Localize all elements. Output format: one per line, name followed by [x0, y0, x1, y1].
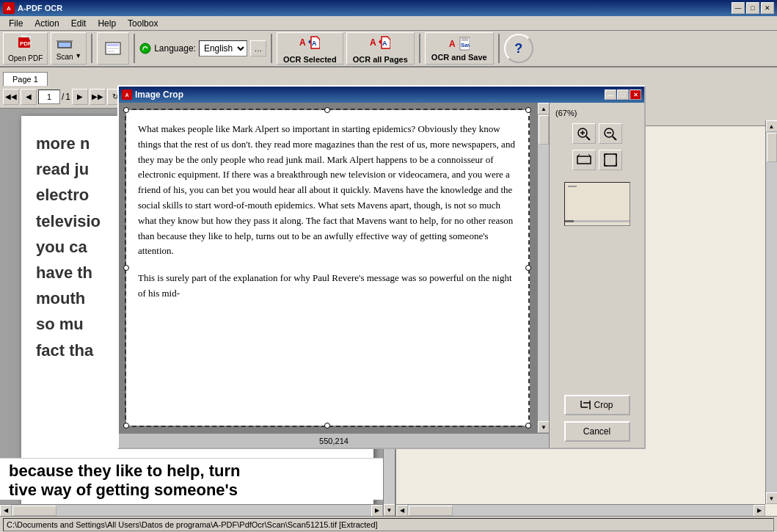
tab-bar: Page 1 — [0, 68, 777, 85]
ocr-all-pages-button[interactable]: A A OCR all Pages — [346, 32, 415, 65]
crop-content-text2: This is surely part of the explanation f… — [126, 271, 530, 302]
crop-text: What makes people like Mark Alpert so im… — [126, 110, 530, 271]
dialog-minimize-button[interactable]: — — [605, 90, 616, 100]
separator-1 — [91, 34, 92, 63]
svg-line-36 — [586, 136, 590, 140]
ocr-hscrollbar[interactable]: ◀ ▶ — [396, 504, 765, 516]
next-page-button[interactable]: ▶ — [72, 89, 88, 105]
open-pdf-button[interactable]: PDF Open PDF — [3, 32, 48, 65]
ocr-hscroll-left[interactable]: ◀ — [396, 505, 408, 517]
scan-button[interactable]: Scan ▼ — [51, 32, 87, 65]
view-button[interactable] — [97, 32, 129, 65]
sidebar-zoom-controls-2 — [572, 150, 622, 170]
status-bar: C:\Documents and Settings\All Users\Dato… — [0, 516, 777, 532]
doc-hscroll-left[interactable]: ◀ — [0, 505, 12, 517]
ocr-scroll-up[interactable]: ▲ — [766, 120, 778, 132]
svg-point-10 — [140, 43, 150, 54]
preview-line-indicator — [568, 186, 577, 187]
crop-icon — [580, 400, 591, 410]
ocr-save-button[interactable]: A Save OCR and Save — [425, 32, 494, 65]
doc-hscroll-thumb[interactable] — [12, 506, 56, 516]
svg-rect-7 — [107, 44, 119, 46]
preview-scrollbar-track — [565, 220, 630, 222]
sidebar-zoom-out-button[interactable] — [599, 123, 622, 144]
svg-rect-17 — [462, 37, 468, 41]
coords-bar: 550,214 — [119, 433, 549, 448]
page-number-input[interactable] — [38, 90, 60, 104]
ocr-hscroll-right[interactable]: ▶ — [754, 505, 765, 517]
maximize-button[interactable]: □ — [746, 2, 759, 14]
svg-text:Save: Save — [461, 42, 470, 48]
title-bar-left: A A-PDF OCR — [3, 2, 62, 14]
language-settings-button[interactable]: … — [250, 40, 266, 57]
ocr-scroll-down[interactable]: ▼ — [766, 492, 778, 504]
dialog-close-button[interactable]: ✕ — [630, 90, 641, 100]
help-button[interactable]: ? — [504, 34, 533, 63]
bottom-line1: because they like to help, turn — [9, 462, 374, 481]
page-tab[interactable]: Page 1 — [3, 72, 48, 86]
crop-area: What makes people like Mark Alpert so im… — [119, 103, 549, 448]
ocr-scroll-track[interactable] — [766, 132, 778, 492]
crop-scroll-up[interactable]: ▲ — [538, 103, 549, 114]
image-crop-dialog: A Image Crop — □ ✕ What makes people lik… — [117, 85, 646, 449]
doc-bottom-text: because they like to help, turn tive way… — [0, 458, 383, 500]
crop-scroll-down[interactable]: ▼ — [538, 421, 549, 433]
prev-page-button[interactable]: ◀ — [21, 89, 37, 105]
scan-label: Scan — [56, 53, 73, 61]
page-sep: / — [62, 92, 64, 102]
doc-scroll-down[interactable]: ▼ — [384, 504, 395, 516]
ocr-scroll-thumb[interactable] — [767, 133, 777, 162]
crop-button[interactable]: Crop — [564, 395, 630, 415]
cancel-button[interactable]: Cancel — [564, 421, 630, 442]
scan-dropdown-arrow[interactable]: ▼ — [75, 52, 81, 59]
ocr-selected-icon: A A — [299, 34, 320, 54]
ocr-hscroll-thumb[interactable] — [409, 506, 453, 516]
separator-5 — [498, 34, 500, 63]
doc-hscroll-track[interactable] — [12, 505, 371, 517]
doc-hscrollbar[interactable]: ◀ ▶ — [0, 504, 383, 516]
svg-rect-2 — [21, 35, 27, 37]
dialog-title-left: A Image Crop — [122, 90, 183, 100]
crop-scroll-track[interactable] — [538, 114, 549, 421]
refresh-icon[interactable] — [139, 43, 151, 54]
crop-scroll-thumb[interactable] — [539, 115, 549, 145]
coords-display: 550,214 — [319, 437, 349, 445]
sidebar-preview — [564, 182, 630, 226]
menu-action[interactable]: Action — [29, 17, 65, 30]
toolbar: PDF Open PDF Scan ▼ — [0, 31, 777, 68]
ocr-vscrollbar[interactable]: ▲ ▼ — [765, 120, 777, 504]
ocr-hscroll-track[interactable] — [408, 505, 754, 517]
menu-file[interactable]: File — [3, 17, 29, 30]
first-page-button[interactable]: ◀◀ — [3, 89, 19, 105]
minimize-button[interactable]: — — [732, 2, 745, 14]
ocr-selected-label: OCR Selected — [283, 55, 337, 64]
language-select[interactable]: English — [199, 40, 247, 57]
dialog-maximize-button[interactable]: □ — [617, 90, 629, 100]
separator-3 — [271, 34, 272, 63]
crop-button-label: Crop — [594, 400, 613, 410]
svg-text:A: A — [382, 40, 387, 47]
ocr-all-pages-label: OCR all Pages — [353, 55, 408, 64]
sidebar-zoom-in-button[interactable] — [572, 123, 596, 144]
menu-help[interactable]: Help — [92, 17, 122, 30]
ocr-all-pages-icon: A A — [370, 34, 390, 54]
ocr-save-label: OCR and Save — [431, 53, 487, 62]
doc-hscroll-right[interactable]: ▶ — [371, 505, 383, 517]
crop-vscrollbar[interactable]: ▲ ▼ — [537, 103, 549, 433]
svg-rect-40 — [577, 156, 591, 164]
dialog-controls: — □ ✕ — [605, 90, 641, 100]
language-label: Language: — [154, 43, 196, 54]
svg-rect-4 — [59, 43, 70, 47]
menu-edit[interactable]: Edit — [65, 17, 92, 30]
svg-rect-9 — [107, 51, 114, 52]
last-page-button[interactable]: ▶▶ — [90, 89, 106, 105]
language-group: Language: English … — [139, 40, 266, 57]
sidebar-fit-page-button[interactable] — [599, 150, 622, 170]
ocr-selected-button[interactable]: A A OCR Selected — [277, 32, 343, 65]
sidebar-fit-width-button[interactable] — [572, 150, 596, 170]
svg-text:A: A — [299, 37, 306, 48]
separator-2 — [134, 34, 135, 63]
cancel-button-label: Cancel — [583, 426, 610, 437]
close-button[interactable]: ✕ — [761, 2, 774, 14]
menu-toolbox[interactable]: Toolbox — [122, 17, 164, 30]
